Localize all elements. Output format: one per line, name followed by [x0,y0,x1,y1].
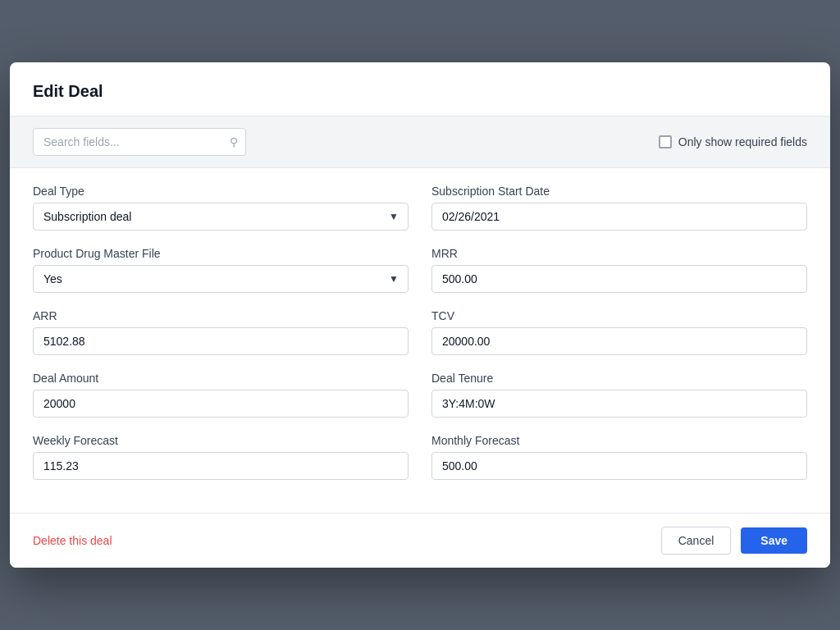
form-group-subscription-start-date: Subscription Start Date [431,185,807,231]
modal-body: Deal Type Subscription deal One-time dea… [10,168,830,513]
modal-header: Edit Deal [10,62,830,116]
label-mrr: MRR [431,247,807,260]
deal-amount-input[interactable] [33,390,409,418]
modal-overlay: Edit Deal ⚲ Only show required fields De… [0,0,840,630]
form-group-deal-type: Deal Type Subscription deal One-time dea… [33,185,409,231]
modal-footer: Delete this deal Cancel Save [10,513,830,568]
form-group-tcv: TCV [431,309,807,355]
label-deal-tenure: Deal Tenure [431,372,807,385]
form-group-monthly-forecast: Monthly Forecast [431,434,807,480]
edit-deal-modal: Edit Deal ⚲ Only show required fields De… [10,62,830,568]
subscription-start-date-input[interactable] [431,203,807,231]
search-input[interactable] [33,128,246,156]
form-group-product-drug-master-file: Product Drug Master File Yes No ▼ [33,247,409,293]
label-arr: ARR [33,309,409,322]
label-monthly-forecast: Monthly Forecast [431,434,807,447]
product-drug-select-wrapper: Yes No ▼ [33,265,409,293]
modal-title: Edit Deal [33,82,807,101]
required-fields-checkbox[interactable] [659,135,672,148]
footer-actions: Cancel Save [661,527,807,555]
form-group-mrr: MRR [431,247,807,293]
weekly-forecast-input[interactable] [33,452,409,480]
mrr-input[interactable] [431,265,807,293]
cancel-button[interactable]: Cancel [661,527,732,555]
form-group-deal-amount: Deal Amount [33,372,409,418]
label-subscription-start-date: Subscription Start Date [431,185,807,198]
label-deal-amount: Deal Amount [33,372,409,385]
form-group-arr: ARR [33,309,409,355]
tcv-input[interactable] [431,327,807,355]
required-fields-label: Only show required fields [678,135,807,148]
deal-type-select[interactable]: Subscription deal One-time deal Renewal … [33,203,409,231]
delete-deal-link[interactable]: Delete this deal [33,534,112,547]
deal-type-select-wrapper: Subscription deal One-time deal Renewal … [33,203,409,231]
form-grid: Deal Type Subscription deal One-time dea… [33,185,807,496]
product-drug-master-file-select[interactable]: Yes No [33,265,409,293]
deal-tenure-input[interactable] [431,390,807,418]
arr-input[interactable] [33,327,409,355]
label-product-drug-master-file: Product Drug Master File [33,247,409,260]
label-tcv: TCV [431,309,807,322]
monthly-forecast-input[interactable] [431,452,807,480]
form-group-weekly-forecast: Weekly Forecast [33,434,409,480]
required-fields-toggle: Only show required fields [659,135,807,148]
search-input-wrapper: ⚲ [33,128,246,156]
search-bar: ⚲ Only show required fields [10,116,830,168]
label-deal-type: Deal Type [33,185,409,198]
label-weekly-forecast: Weekly Forecast [33,434,409,447]
form-group-deal-tenure: Deal Tenure [431,372,807,418]
save-button[interactable]: Save [741,527,807,554]
